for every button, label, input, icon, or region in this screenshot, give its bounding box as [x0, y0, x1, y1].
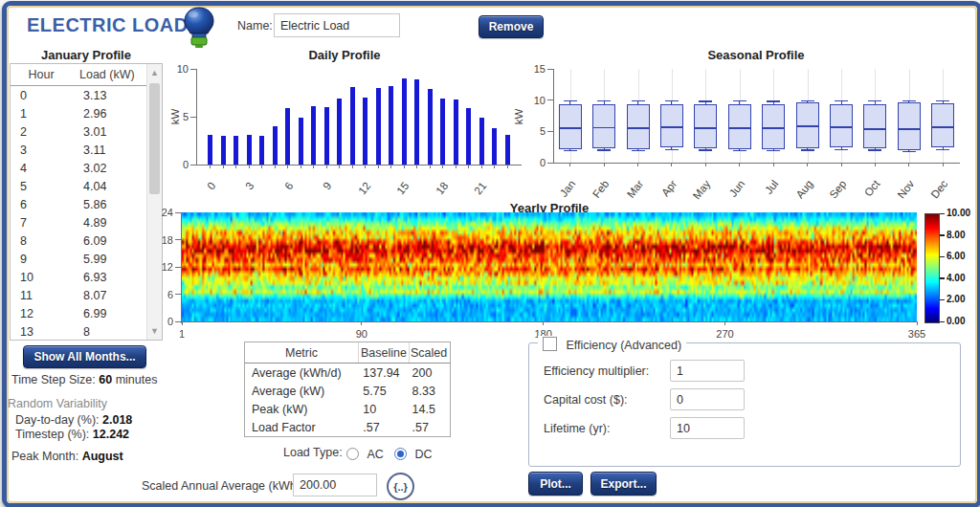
yearly-y-axis: [181, 212, 182, 323]
remove-button[interactable]: Remove: [479, 15, 544, 38]
x-tick: [807, 163, 808, 166]
load-cell[interactable]: 6.93: [70, 271, 106, 284]
hour-cell: 1: [11, 107, 70, 121]
scroll-up-icon[interactable]: ▲: [147, 65, 162, 80]
hour-cell: 12: [11, 307, 70, 320]
x-tick: [416, 165, 417, 168]
table-row[interactable]: 54.04: [11, 177, 146, 195]
load-cell[interactable]: 3.13: [70, 89, 106, 102]
scaled-value: 200: [412, 366, 450, 380]
yearly-x-tick-label: 365: [905, 328, 928, 340]
load-cell[interactable]: 5.86: [70, 198, 106, 211]
lightbulb-icon: [182, 7, 216, 49]
seasonal-profile-title: Seasonal Profile: [622, 48, 890, 62]
load-cell[interactable]: 4.04: [70, 180, 106, 193]
median-line: [863, 128, 886, 130]
load-cell[interactable]: 4.89: [70, 216, 106, 230]
seasonal-profile-chart: 051015kWJanFebMarAprMayJunJulAugSepOctNo…: [553, 69, 960, 163]
show-all-months-button[interactable]: Show All Months...: [23, 345, 146, 368]
daily-bar: [428, 89, 433, 165]
table-row[interactable]: 03.13: [11, 86, 146, 104]
export-button[interactable]: Export...: [590, 472, 657, 496]
efficiency-legend-label: Efficiency (Advanced): [566, 339, 681, 352]
load-cell[interactable]: 6.09: [70, 234, 106, 248]
capital-cost-input[interactable]: [670, 388, 745, 410]
load-cell[interactable]: 6.99: [70, 307, 106, 320]
hour-cell: 6: [11, 198, 70, 211]
load-cell[interactable]: 3.02: [70, 162, 106, 175]
load-cell[interactable]: 8: [70, 325, 90, 339]
table-row[interactable]: 65.86: [11, 195, 146, 213]
scrollbar-thumb[interactable]: [149, 83, 160, 194]
ac-radio[interactable]: [346, 448, 359, 460]
january-profile-table: Hour Load (kW) 03.1312.9623.0133.1143.02…: [10, 63, 163, 341]
daily-bar: [311, 106, 316, 165]
table-row[interactable]: 33.11: [11, 141, 146, 159]
time-step-suffix: minutes: [116, 373, 158, 386]
daily-bar: [221, 136, 226, 165]
x-tick: [543, 321, 544, 325]
scaled-annual-average-input[interactable]: [293, 474, 377, 496]
metric-header: Metric: [245, 342, 359, 363]
y-tick: [190, 165, 196, 165]
x-tick: [494, 165, 495, 168]
efficiency-multiplier-label: Efficiency multiplier:: [544, 364, 649, 378]
table-row[interactable]: 86.09: [11, 231, 146, 250]
peak-month-text: Peak Month: August: [11, 450, 123, 463]
efficiency-multiplier-input[interactable]: [670, 360, 745, 382]
median-line: [931, 126, 954, 128]
hour-cell: 11: [11, 289, 70, 302]
whisker-cap-max: [632, 100, 645, 102]
daily-bar: [324, 107, 329, 165]
x-tick: [339, 165, 340, 168]
y-tick-label: 0: [183, 159, 189, 170]
table-row[interactable]: 12.96: [11, 104, 146, 122]
january-table-header: Hour Load (kW): [11, 64, 162, 86]
colorbar-tick-label: 4.00: [947, 273, 965, 283]
table-row[interactable]: 118.07: [11, 286, 146, 304]
plot-button[interactable]: Plot...: [528, 472, 583, 496]
hour-cell: 5: [11, 180, 70, 193]
daily-profile-title: Daily Profile: [230, 48, 459, 62]
load-cell[interactable]: 3.11: [70, 143, 105, 157]
daily-bar: [505, 135, 510, 165]
table-row[interactable]: 138: [11, 322, 146, 340]
daily-bar: [350, 87, 355, 165]
whisker-cap-min: [801, 149, 814, 151]
load-type-dc-option[interactable]: DC: [394, 445, 433, 462]
x-tick: [943, 163, 944, 166]
load-cell[interactable]: 3.01: [70, 125, 106, 139]
y-tick: [175, 294, 181, 295]
table-row[interactable]: 95.99: [11, 250, 146, 268]
lifetime-input[interactable]: [670, 417, 745, 439]
load-cell[interactable]: 8.07: [70, 289, 106, 302]
table-row[interactable]: 74.89: [11, 213, 146, 231]
table-row[interactable]: 43.02: [11, 159, 146, 177]
y-tick-label: 15: [530, 63, 546, 75]
load-cell[interactable]: 2.96: [70, 107, 106, 121]
metric-table-header: Metric Baseline Scaled: [245, 342, 450, 364]
daily-bar: [363, 98, 368, 165]
dc-radio[interactable]: [394, 448, 407, 460]
box: [559, 104, 582, 149]
table-row[interactable]: 23.01: [11, 122, 146, 141]
median-line: [898, 128, 921, 130]
x-tick: [724, 321, 725, 325]
time-step-label: Time Step Size:: [11, 373, 96, 386]
y-tick: [175, 267, 181, 268]
efficiency-checkbox[interactable]: [543, 337, 557, 351]
name-input[interactable]: [274, 13, 400, 37]
sensitivity-values-icon[interactable]: {..}: [387, 473, 414, 500]
y-tick: [175, 239, 181, 240]
daily-bar: [273, 126, 278, 165]
load-type-ac-option[interactable]: AC: [346, 445, 384, 462]
metric-row: Peak (kW)1014.5: [245, 400, 450, 418]
x-tick: [223, 165, 224, 168]
table-row[interactable]: 106.93: [11, 268, 146, 286]
x-tick: [287, 165, 288, 168]
load-cell[interactable]: 5.99: [70, 253, 106, 266]
x-tick: [841, 163, 842, 166]
x-tick: [275, 165, 276, 168]
daily-profile-chart: 0510kW036912151821: [196, 69, 522, 165]
table-row[interactable]: 126.99: [11, 304, 146, 322]
